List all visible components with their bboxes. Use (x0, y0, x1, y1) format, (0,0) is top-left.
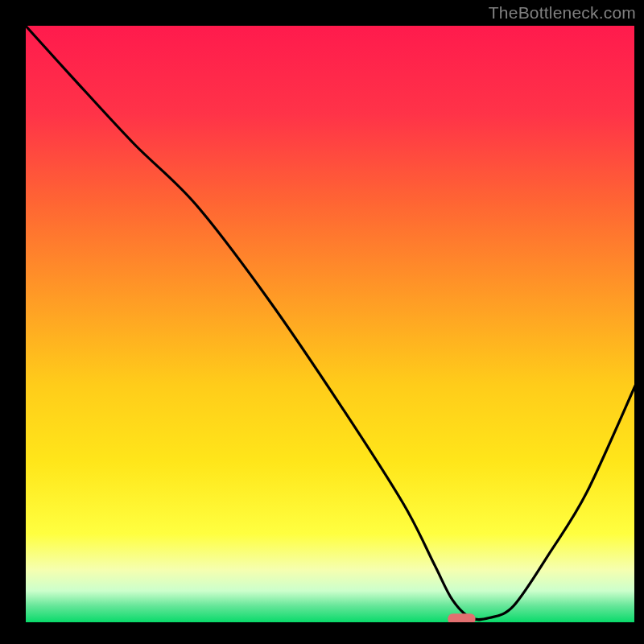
bottleneck-chart (0, 0, 644, 644)
plot-background (24, 24, 636, 624)
watermark-text: TheBottleneck.com (489, 3, 636, 23)
chart-container: TheBottleneck.com (0, 0, 644, 644)
